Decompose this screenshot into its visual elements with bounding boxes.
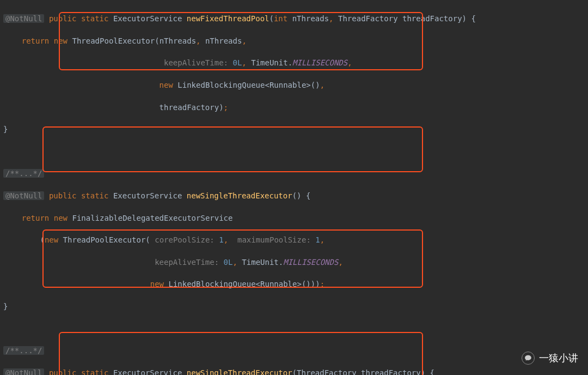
wechat-icon xyxy=(522,352,535,365)
code-block: @NotNull public static ExecutorService n… xyxy=(0,0,588,375)
annotation: @NotNull xyxy=(3,191,44,200)
folded-doc[interactable]: /**...*/ xyxy=(3,169,44,178)
annotation: @NotNull xyxy=(3,14,44,23)
folded-doc[interactable]: /**...*/ xyxy=(3,346,44,355)
watermark-text: 一猿小讲 xyxy=(539,351,578,365)
watermark: 一猿小讲 xyxy=(522,351,578,365)
annotation: @NotNull xyxy=(3,368,44,375)
